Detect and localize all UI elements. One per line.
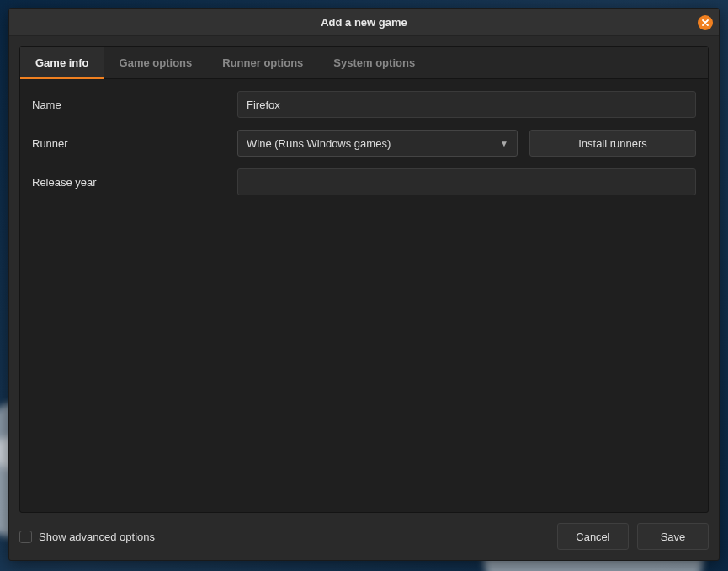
show-advanced-label: Show advanced options: [39, 531, 155, 543]
tab-system-options[interactable]: System options: [318, 47, 430, 78]
runner-row: Runner Wine (Runs Windows games) ▼ Insta…: [32, 130, 696, 157]
tab-game-options[interactable]: Game options: [104, 47, 208, 78]
form-area: Name Runner Wine (Runs Windows games) ▼ …: [20, 79, 708, 512]
name-row: Name: [32, 91, 696, 118]
release-year-label: Release year: [32, 176, 237, 189]
content-panel: Game info Game options Runner options Sy…: [19, 46, 709, 513]
runner-label: Runner: [32, 137, 237, 150]
add-game-dialog: Add a new game Game info Game options Ru…: [8, 8, 720, 561]
dialog-body: Game info Game options Runner options Sy…: [9, 36, 719, 560]
release-year-input[interactable]: [237, 168, 696, 195]
show-advanced-checkbox-wrap[interactable]: Show advanced options: [19, 531, 155, 543]
tab-game-info[interactable]: Game info: [20, 47, 104, 78]
runner-select-value: Wine (Runs Windows games): [247, 137, 500, 150]
show-advanced-checkbox[interactable]: [19, 531, 32, 543]
footer-buttons: Cancel Save: [557, 523, 709, 550]
save-button[interactable]: Save: [637, 523, 709, 550]
chevron-down-icon: ▼: [500, 139, 508, 148]
runner-select[interactable]: Wine (Runs Windows games) ▼: [237, 130, 518, 157]
name-label: Name: [32, 99, 237, 111]
footer: Show advanced options Cancel Save: [19, 513, 709, 550]
release-year-row: Release year: [32, 168, 696, 195]
tabs: Game info Game options Runner options Sy…: [20, 47, 708, 79]
name-input[interactable]: [237, 91, 696, 118]
tab-runner-options[interactable]: Runner options: [207, 47, 318, 78]
titlebar: Add a new game: [9, 9, 719, 36]
install-runners-button[interactable]: Install runners: [529, 130, 696, 157]
cancel-button[interactable]: Cancel: [557, 523, 629, 550]
close-icon: [701, 19, 709, 27]
close-button[interactable]: [698, 15, 713, 30]
dialog-title: Add a new game: [321, 16, 407, 29]
